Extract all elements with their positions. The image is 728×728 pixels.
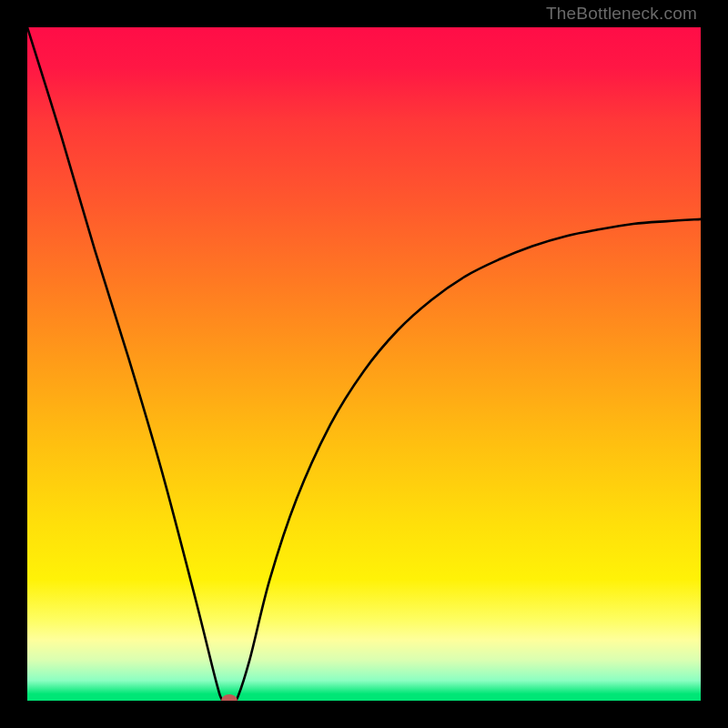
optimum-marker-icon bbox=[221, 694, 238, 701]
chart-frame: TheBottleneck.com bbox=[0, 0, 728, 728]
bottleneck-curve bbox=[27, 27, 701, 701]
plot-area bbox=[27, 27, 701, 701]
watermark-text: TheBottleneck.com bbox=[546, 4, 697, 24]
